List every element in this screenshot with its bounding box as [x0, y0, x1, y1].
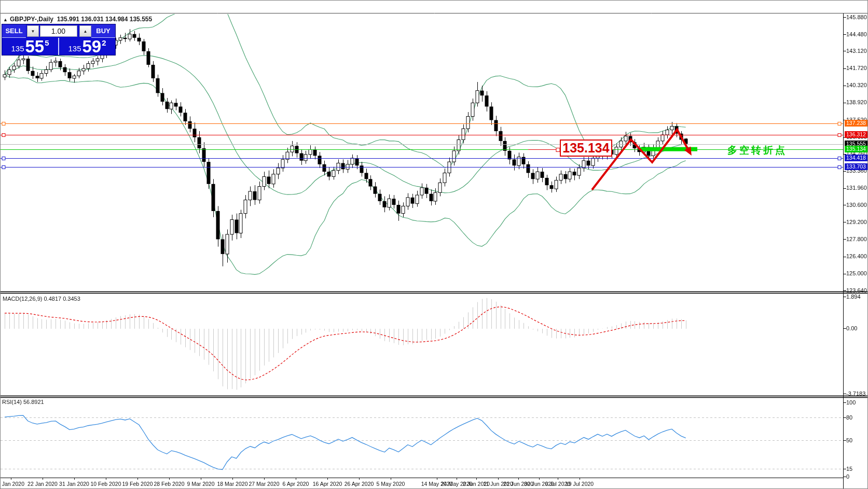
mt4-window: +新订单◆▤◉●自动交易╷╵▮~⊕⊖▦▶▸│✚▾◔▾▧▾↖┼│─╱⫽FAT✦▾M… — [0, 0, 868, 489]
price-axis-tick: 140.320 — [846, 82, 867, 88]
sell-price[interactable]: 135 55 5 — [2, 38, 59, 55]
volume-input[interactable]: 1.00 — [40, 25, 77, 37]
rsi-axis-tick: 80 — [846, 414, 852, 421]
macd-axis-tick: -3.7183 — [846, 390, 865, 397]
date-axis-label: 18 Mar 2020 — [217, 481, 248, 487]
price-axis-tick: 130.600 — [846, 202, 867, 208]
date-axis-label: 26 Apr 2020 — [345, 481, 374, 487]
rsi-axis-tick: 100 — [846, 399, 856, 406]
volume-decrease-button[interactable]: ▼ — [27, 25, 39, 37]
buy-price-pipette: 2 — [102, 38, 106, 47]
rsi-axis-tick: 50 — [846, 437, 852, 443]
volume-increase-button[interactable]: ▲ — [79, 25, 91, 37]
chart-canvas[interactable] — [1, 1, 868, 489]
sell-price-pipette: 5 — [45, 38, 49, 47]
price-axis-tick: 126.400 — [846, 253, 867, 259]
price-axis-tick: 129.200 — [846, 219, 867, 225]
sell-price-pips: 55 — [25, 39, 44, 54]
object-marker-icon: ▲ — [3, 17, 8, 22]
buy-price-big-figure: 135 — [68, 44, 81, 53]
chart-title: ▲GBPJPY-,Daily 135.991 136.031 134.984 1… — [3, 16, 152, 23]
one-click-trading-panel: SELL ▼ 1.00 ▲ BUY 135 55 5 135 59 2 — [2, 24, 116, 55]
date-axis-label: 16 Apr 2020 — [313, 481, 342, 487]
buy-button[interactable]: BUY — [91, 24, 115, 38]
annotation-text[interactable]: 多空转折点 — [727, 144, 787, 157]
date-axis-label: 22 Jan 2020 — [27, 481, 58, 487]
rsi-label: RSI(14) 56.8921 — [2, 399, 44, 405]
price-line-badge: 137.238 — [845, 120, 868, 127]
date-axis-label: 10 Feb 2020 — [91, 481, 121, 487]
price-axis-tick: 138.920 — [846, 99, 867, 105]
price-line-badge: 135.134 — [845, 146, 868, 152]
price-line-badge: 134.418 — [845, 155, 868, 161]
sell-button[interactable]: SELL — [2, 24, 26, 38]
date-axis-label: 19 Feb 2020 — [122, 481, 153, 487]
date-axis-label: 28 Feb 2020 — [154, 481, 185, 487]
price-axis-tick: 125.000 — [846, 270, 867, 276]
rsi-axis-tick: 15 — [846, 466, 852, 472]
sell-price-big-figure: 135 — [11, 44, 24, 53]
price-axis-tick: 127.800 — [846, 236, 867, 242]
macd-label: MACD(12,26,9) 0.4817 0.3453 — [3, 296, 80, 302]
price-line-badge: 133.703 — [845, 163, 868, 170]
price-axis-tick: 144.480 — [846, 31, 867, 37]
date-axis-label: 19 Jul 2020 — [566, 481, 594, 487]
price-axis-tick: 141.720 — [846, 65, 867, 71]
macd-axis-tick: 1.894 — [846, 294, 861, 300]
price-axis-tick: 143.120 — [846, 48, 867, 54]
symbol-period-label: GBPJPY-,Daily — [10, 16, 53, 23]
date-axis-label: 3 Jan 2020 — [0, 481, 24, 487]
date-axis-label: 31 Jan 2020 — [59, 481, 89, 487]
macd-axis-tick: 0.00 — [846, 325, 857, 331]
ohlc-values: 135.991 136.031 134.984 135.555 — [57, 16, 153, 23]
date-axis-label: 27 Mar 2020 — [249, 481, 280, 487]
date-axis-label: 9 Mar 2020 — [187, 481, 214, 487]
price-axis-tick: 145.880 — [846, 14, 867, 20]
date-axis-label: 5 May 2020 — [377, 481, 405, 487]
price-callout[interactable]: 135.134 — [560, 139, 612, 157]
buy-price-pips: 59 — [82, 39, 101, 54]
buy-price[interactable]: 135 59 2 — [59, 38, 115, 55]
price-axis-tick: 123.640 — [846, 287, 867, 294]
price-axis-tick: 131.960 — [846, 185, 867, 191]
price-line-badge: 136.312 — [845, 131, 868, 138]
date-axis-label: 6 Apr 2020 — [283, 481, 309, 487]
rsi-axis-tick: 0 — [846, 473, 849, 480]
